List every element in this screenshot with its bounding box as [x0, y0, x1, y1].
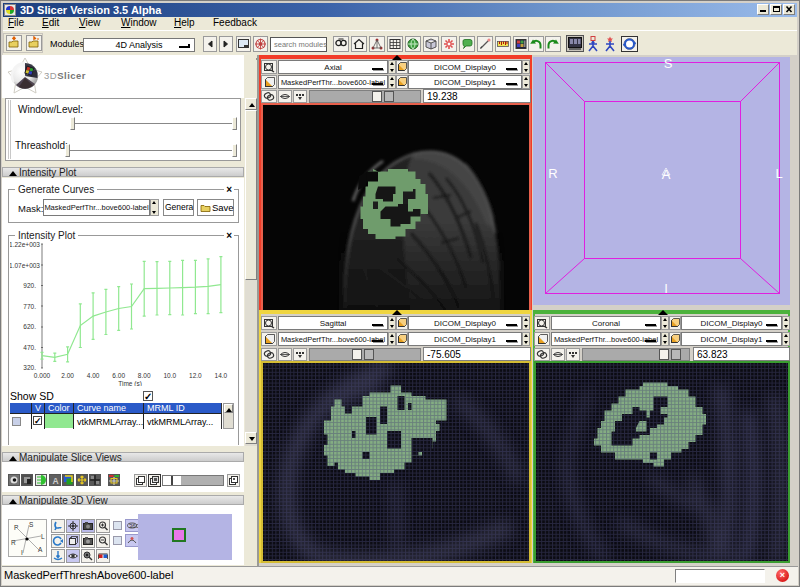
- svg-text:770.: 770.: [23, 303, 36, 310]
- svg-text:P: P: [14, 524, 18, 531]
- svg-text:Time (s): Time (s): [118, 380, 142, 387]
- svg-text:A: A: [53, 476, 59, 486]
- svg-text:620.: 620.: [23, 323, 36, 330]
- svg-text:R: R: [11, 539, 16, 546]
- svg-text:360: 360: [129, 523, 138, 529]
- svg-text:6.00: 6.00: [112, 372, 125, 379]
- svg-text:10.0: 10.0: [163, 372, 176, 379]
- svg-text:A: A: [38, 546, 43, 553]
- svg-text:1.07e+003: 1.07e+003: [10, 262, 40, 269]
- svg-text:12.0: 12.0: [189, 372, 202, 379]
- svg-text:920.: 920.: [23, 282, 36, 289]
- svg-text:L: L: [41, 533, 45, 540]
- svg-text:I: I: [664, 281, 668, 296]
- svg-text:I: I: [21, 549, 23, 556]
- svg-text:4.00: 4.00: [87, 372, 100, 379]
- svg-text:R: R: [548, 166, 557, 181]
- svg-text:1.22e+003: 1.22e+003: [10, 241, 40, 248]
- svg-text:2.00: 2.00: [61, 372, 74, 379]
- svg-text:S: S: [29, 521, 34, 528]
- svg-text:0.000: 0.000: [34, 372, 51, 379]
- svg-text:470.: 470.: [23, 344, 36, 351]
- svg-text:14.0: 14.0: [215, 372, 228, 379]
- svg-text:S: S: [664, 57, 673, 71]
- svg-text:L: L: [775, 166, 782, 181]
- svg-text:320.: 320.: [23, 364, 36, 371]
- svg-text:8.00: 8.00: [138, 372, 151, 379]
